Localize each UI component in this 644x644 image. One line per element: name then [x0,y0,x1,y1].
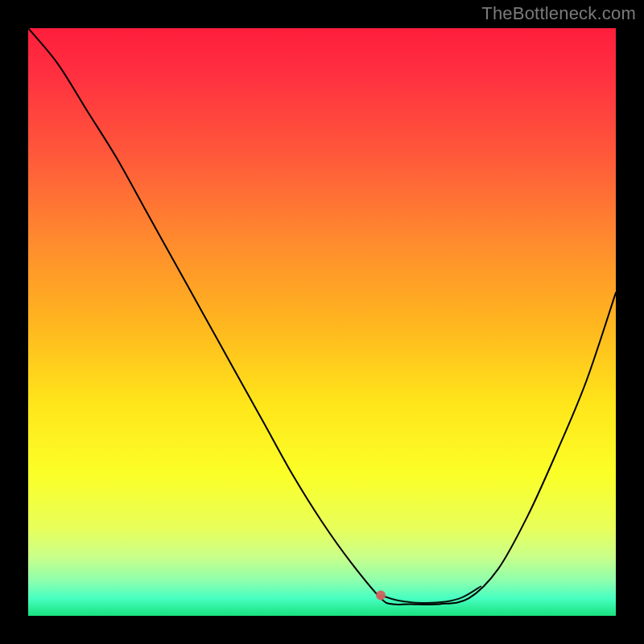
attribution-text: TheBottleneck.com [481,3,636,24]
valley-marker-start-dot [376,591,386,601]
plot-area [28,28,616,616]
chart-container: TheBottleneck.com [0,0,644,644]
chart-svg [28,28,616,616]
bottleneck-curve [28,28,616,605]
